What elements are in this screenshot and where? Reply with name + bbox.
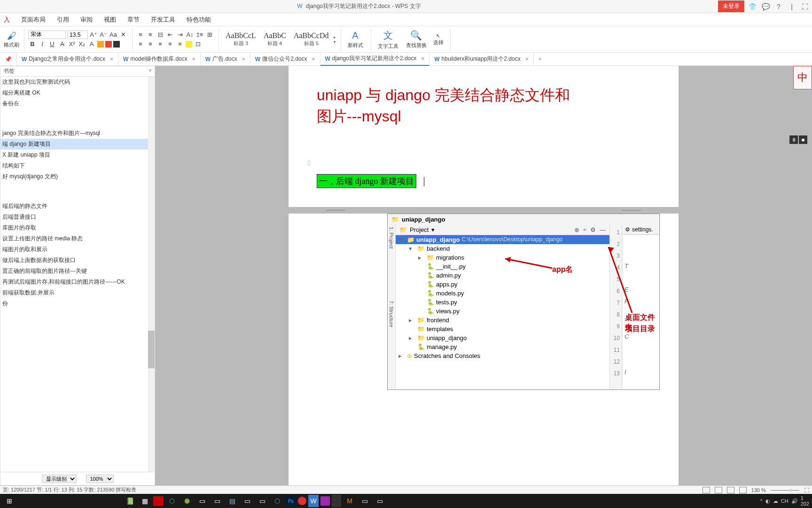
scrollbar-thumb[interactable] <box>148 331 155 368</box>
skin-icon[interactable]: 👕 <box>747 1 757 12</box>
app-icon[interactable] <box>332 495 341 507</box>
numbering-icon[interactable]: ≡ <box>146 31 155 39</box>
close-tab-icon[interactable]: × <box>525 56 529 63</box>
view-mode-icon[interactable] <box>715 487 722 493</box>
document-tab[interactable]: Wmodel操作数据库.docx× <box>118 53 201 66</box>
subscript-button[interactable]: X₂ <box>78 40 86 48</box>
multilevel-icon[interactable]: ⊟ <box>156 31 164 39</box>
tree-node[interactable]: ▾📁backend <box>396 244 609 253</box>
new-style-button[interactable]: A 新样式 <box>345 30 366 49</box>
tree-node[interactable]: 📁templates <box>396 325 609 333</box>
app-icon[interactable] <box>108 495 121 507</box>
nav-item[interactable]: 设置上传图片的路径 media 静态 <box>0 233 155 244</box>
text-effect-button[interactable]: A <box>87 40 96 48</box>
clock[interactable]: 1202 <box>801 495 809 507</box>
tree-node[interactable]: ▸📁frontend <box>396 316 609 325</box>
help-icon[interactable]: ? <box>773 1 784 12</box>
photoshop-icon[interactable]: Ps <box>286 495 296 507</box>
close-tab-icon[interactable]: × <box>242 56 245 63</box>
terminal-icon[interactable] <box>63 495 76 507</box>
nav-item[interactable]: 这里我也列出完整测试代码 <box>0 77 155 87</box>
nav-item[interactable]: 后端普通接口 <box>0 212 155 222</box>
menu-item[interactable]: 页面布局 <box>21 16 46 24</box>
align-right-icon[interactable]: ≡ <box>156 40 164 48</box>
ime-indicator[interactable]: CH <box>781 498 789 504</box>
volume-icon[interactable]: 🔊 <box>791 498 798 504</box>
nav-item[interactable]: 端图片的取和展示 <box>0 244 155 255</box>
menu-item[interactable]: 视图 <box>104 16 116 24</box>
app-icon[interactable]: ▦ <box>138 495 151 507</box>
target-icon[interactable]: ⊕ <box>574 226 579 233</box>
menu-item[interactable]: 开发工具 <box>151 16 175 24</box>
nav-item[interactable]: 做后端上面数据表的获取接口 <box>0 255 155 266</box>
close-tab-icon[interactable]: × <box>110 56 113 63</box>
align-left-icon[interactable]: ≡ <box>136 40 145 48</box>
minimize-icon[interactable]: — <box>600 226 606 233</box>
bold-button[interactable]: B <box>28 40 37 48</box>
change-case-icon[interactable]: Aa <box>109 31 117 39</box>
app-icon[interactable]: ▤ <box>226 495 239 507</box>
italic-button[interactable]: I <box>38 40 47 48</box>
shading-button[interactable] <box>113 41 120 48</box>
document-tab[interactable]: W广告.docx× <box>201 53 250 66</box>
strike-button[interactable]: A̶ <box>58 40 66 48</box>
editor-tab[interactable]: ⚙ settings. <box>622 225 659 235</box>
nav-item[interactable]: 端 django 新建项目 <box>0 139 155 150</box>
nav-item[interactable]: 置正确的前端取的图片路径---关键 <box>0 266 155 277</box>
close-tab-icon[interactable]: × <box>421 56 424 62</box>
bullets-icon[interactable]: ≡ <box>136 31 145 39</box>
nav-item[interactable]: 结构如下 <box>0 160 155 171</box>
vscode-icon[interactable]: ⬡ <box>271 495 284 507</box>
pin-tab[interactable]: 📌 <box>0 53 17 66</box>
format-painter-button[interactable]: 🖌 格式刷 <box>4 31 19 48</box>
app-icon[interactable]: M <box>343 495 356 507</box>
collapse-icon[interactable]: ÷ <box>583 226 586 233</box>
view-mode-icon[interactable] <box>727 487 734 493</box>
terminal-icon[interactable] <box>48 495 61 507</box>
increase-font-icon[interactable]: A⁺ <box>89 31 98 39</box>
gear-icon[interactable]: ⚙ <box>590 226 596 233</box>
view-mode-icon[interactable] <box>739 487 747 493</box>
font-size-select[interactable] <box>67 31 88 39</box>
feedback-icon[interactable]: 💬 <box>760 1 771 12</box>
tree-node[interactable]: 🐍models.py <box>396 289 609 298</box>
tabs-icon[interactable]: ⊡ <box>194 40 202 48</box>
document-tab[interactable]: Whbuilderx和uniapp用这个2.docx× <box>429 53 533 66</box>
app-icon[interactable] <box>93 495 106 507</box>
align-center-icon[interactable]: ≡ <box>146 40 155 48</box>
nav-item[interactable]: 端分离搭建 OK <box>0 87 155 98</box>
nav-item[interactable]: 前端获取数据,并展示 <box>0 287 155 298</box>
menu-item[interactable]: 特色功能 <box>187 16 211 24</box>
menu-item[interactable]: 章节 <box>127 16 140 24</box>
tree-node[interactable]: 🐍tests.py <box>396 298 609 307</box>
nav-item[interactable]: 备份在 <box>0 98 155 109</box>
terminal-icon[interactable] <box>78 495 91 507</box>
new-tab-button[interactable]: + <box>534 56 547 63</box>
app-icon[interactable]: 📗 <box>123 495 136 507</box>
browser-icon[interactable] <box>18 495 31 507</box>
app-icon[interactable]: ⬢ <box>180 495 194 507</box>
nav-item[interactable]: 端后端的静态文件 <box>0 201 155 212</box>
superscript-button[interactable]: X² <box>68 40 76 48</box>
style-preset[interactable]: AaBbC标题 4 <box>261 32 289 47</box>
chevron-down-icon[interactable]: ▾ <box>431 226 435 233</box>
document-viewport[interactable]: uniapp 与 django 完美结合静态文件和 图片---mysql ▯ 一… <box>155 66 812 485</box>
tray-icon[interactable]: ☁ <box>773 498 778 504</box>
distributed-icon[interactable]: ≡ <box>176 40 184 48</box>
tree-node[interactable]: ▸📁uniapp_django <box>396 333 609 342</box>
view-mode-icon[interactable] <box>703 487 710 493</box>
app-icon[interactable] <box>298 497 306 505</box>
menu-item[interactable]: 入 <box>4 16 10 24</box>
document-tab[interactable]: Wdjango我学习笔记新用这个2.docx× <box>320 53 430 66</box>
more-styles-icon[interactable]: ▸▾ <box>334 35 336 44</box>
nav-item[interactable] <box>0 182 155 191</box>
increase-indent-icon[interactable]: ⇥ <box>176 31 184 39</box>
app-icon[interactable]: ▭ <box>195 495 209 507</box>
select-button[interactable]: ↖ 选择 <box>431 33 445 46</box>
nav-item[interactable]: 库图片的存取 <box>0 222 155 233</box>
font-color-button[interactable] <box>105 41 112 48</box>
tray-icon[interactable]: ◐ <box>765 498 770 504</box>
outline-level-select[interactable]: 显示级别 <box>42 475 77 483</box>
window-restore-icon[interactable]: ⛶ <box>800 1 810 12</box>
tree-root[interactable]: ▼ 📁 uniapp_django C:\Users\lenovo\Deskto… <box>396 235 609 244</box>
